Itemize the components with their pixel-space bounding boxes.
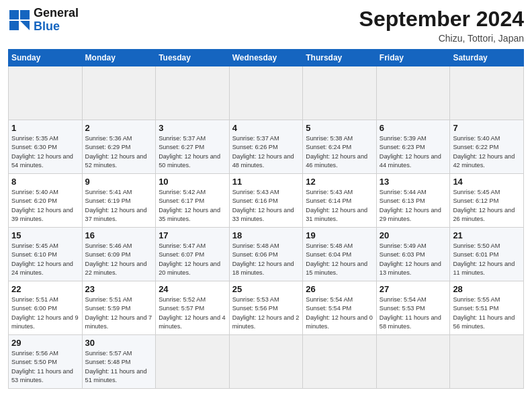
- list-item: 6 Sunrise: 5:39 AM Sunset: 6:23 PM Dayli…: [376, 120, 450, 174]
- list-item: [303, 66, 377, 120]
- daylight-label: Daylight: 12 hours and 9 minutes.: [11, 314, 79, 330]
- day-number: 14: [453, 177, 521, 187]
- sunrise-label: Sunrise: 5:52 AM: [159, 296, 206, 303]
- sunset-label: Sunset: 6:03 PM: [380, 251, 425, 258]
- daylight-label: Daylight: 12 hours and 29 minutes.: [380, 207, 441, 222]
- sunrise-label: Sunrise: 5:49 AM: [380, 242, 427, 249]
- logo-general: General: [34, 7, 79, 20]
- list-item: 29 Sunrise: 5:56 AM Sunset: 5:50 PM Dayl…: [9, 335, 83, 389]
- sunset-label: Sunset: 6:06 PM: [232, 251, 278, 258]
- day-number: 21: [453, 230, 521, 240]
- sunset-label: Sunset: 6:04 PM: [306, 251, 351, 258]
- day-number: 6: [380, 123, 447, 133]
- list-item: [229, 66, 303, 120]
- daylight-label: Daylight: 11 hours and 53 minutes.: [11, 368, 73, 383]
- sunset-label: Sunset: 6:14 PM: [306, 197, 351, 204]
- col-thursday: Thursday: [303, 50, 377, 66]
- list-item: [82, 66, 156, 120]
- sunrise-label: Sunrise: 5:45 AM: [453, 189, 500, 195]
- day-number: 2: [85, 123, 153, 133]
- day-number: 11: [232, 177, 300, 187]
- sunset-label: Sunset: 6:13 PM: [380, 197, 425, 204]
- sunrise-label: Sunrise: 5:48 AM: [232, 242, 279, 249]
- list-item: 10 Sunrise: 5:42 AM Sunset: 6:17 PM Dayl…: [156, 174, 230, 228]
- list-item: 21 Sunrise: 5:50 AM Sunset: 6:01 PM Dayl…: [450, 228, 524, 281]
- sunrise-label: Sunrise: 5:53 AM: [232, 296, 279, 303]
- day-number: 25: [232, 284, 300, 294]
- col-saturday: Saturday: [450, 50, 524, 66]
- sun-info: Sunrise: 5:56 AM Sunset: 5:50 PM Dayligh…: [11, 349, 79, 385]
- sun-info: Sunrise: 5:57 AM Sunset: 5:48 PM Dayligh…: [85, 349, 153, 385]
- day-number: 29: [11, 338, 79, 348]
- list-item: 15 Sunrise: 5:45 AM Sunset: 6:10 PM Dayl…: [9, 228, 83, 281]
- sun-info: Sunrise: 5:40 AM Sunset: 6:20 PM Dayligh…: [11, 188, 79, 224]
- table-row: 22 Sunrise: 5:51 AM Sunset: 6:00 PM Dayl…: [9, 281, 524, 335]
- sunset-label: Sunset: 5:53 PM: [380, 305, 425, 312]
- list-item: [450, 335, 524, 389]
- day-number: 9: [85, 177, 153, 187]
- table-row: 1 Sunrise: 5:35 AM Sunset: 6:30 PM Dayli…: [9, 120, 524, 174]
- daylight-label: Daylight: 11 hours and 56 minutes.: [453, 314, 515, 330]
- col-monday: Monday: [82, 50, 156, 66]
- sunrise-label: Sunrise: 5:40 AM: [11, 189, 58, 195]
- sun-info: Sunrise: 5:42 AM Sunset: 6:17 PM Dayligh…: [159, 188, 226, 224]
- list-item: [156, 335, 230, 389]
- list-item: 3 Sunrise: 5:37 AM Sunset: 6:27 PM Dayli…: [156, 120, 230, 174]
- day-number: 7: [453, 123, 521, 133]
- daylight-label: Daylight: 12 hours and 24 minutes.: [11, 261, 73, 276]
- list-item: 26 Sunrise: 5:54 AM Sunset: 5:54 PM Dayl…: [303, 281, 377, 335]
- logo: General Blue: [8, 7, 79, 34]
- day-number: 5: [306, 123, 373, 133]
- list-item: 27 Sunrise: 5:54 AM Sunset: 5:53 PM Dayl…: [376, 281, 450, 335]
- sunset-label: Sunset: 6:29 PM: [85, 144, 131, 150]
- sun-info: Sunrise: 5:41 AM Sunset: 6:19 PM Dayligh…: [85, 188, 153, 224]
- sun-info: Sunrise: 5:51 AM Sunset: 6:00 PM Dayligh…: [11, 295, 79, 331]
- sunset-label: Sunset: 6:12 PM: [453, 197, 498, 204]
- list-item: 22 Sunrise: 5:51 AM Sunset: 6:00 PM Dayl…: [9, 281, 83, 335]
- daylight-label: Daylight: 12 hours and 20 minutes.: [159, 261, 220, 276]
- svg-rect-1: [20, 10, 30, 19]
- sunset-label: Sunset: 6:17 PM: [159, 197, 204, 204]
- sunset-label: Sunset: 5:57 PM: [159, 305, 204, 312]
- list-item: 23 Sunrise: 5:51 AM Sunset: 5:59 PM Dayl…: [82, 281, 156, 335]
- month-title: September 2024: [359, 7, 524, 32]
- sunrise-label: Sunrise: 5:46 AM: [85, 242, 132, 249]
- sun-info: Sunrise: 5:40 AM Sunset: 6:22 PM Dayligh…: [453, 134, 521, 170]
- daylight-label: Daylight: 12 hours and 2 minutes.: [232, 314, 300, 330]
- sunset-label: Sunset: 6:22 PM: [453, 144, 498, 150]
- list-item: 13 Sunrise: 5:44 AM Sunset: 6:13 PM Dayl…: [376, 174, 450, 228]
- sunset-label: Sunset: 5:48 PM: [85, 359, 131, 365]
- list-item: [229, 335, 303, 389]
- list-item: 12 Sunrise: 5:43 AM Sunset: 6:14 PM Dayl…: [303, 174, 377, 228]
- sunset-label: Sunset: 5:54 PM: [306, 305, 351, 312]
- sun-info: Sunrise: 5:55 AM Sunset: 5:51 PM Dayligh…: [453, 295, 521, 331]
- sunset-label: Sunset: 6:24 PM: [306, 144, 351, 150]
- day-number: 18: [232, 230, 300, 240]
- list-item: 5 Sunrise: 5:38 AM Sunset: 6:24 PM Dayli…: [303, 120, 377, 174]
- list-item: [303, 335, 377, 389]
- daylight-label: Daylight: 12 hours and 26 minutes.: [453, 207, 515, 222]
- col-friday: Friday: [376, 50, 450, 66]
- sunrise-label: Sunrise: 5:36 AM: [85, 135, 132, 142]
- list-item: 11 Sunrise: 5:43 AM Sunset: 6:16 PM Dayl…: [229, 174, 303, 228]
- sun-info: Sunrise: 5:49 AM Sunset: 6:03 PM Dayligh…: [380, 242, 447, 277]
- daylight-label: Daylight: 12 hours and 11 minutes.: [453, 261, 515, 276]
- sunset-label: Sunset: 6:26 PM: [232, 144, 278, 150]
- day-number: 1: [11, 123, 79, 133]
- sunset-label: Sunset: 6:30 PM: [11, 144, 57, 150]
- day-number: 26: [306, 284, 373, 294]
- list-item: 24 Sunrise: 5:52 AM Sunset: 5:57 PM Dayl…: [156, 281, 230, 335]
- day-number: 23: [85, 284, 153, 294]
- daylight-label: Daylight: 12 hours and 48 minutes.: [232, 153, 294, 169]
- sun-info: Sunrise: 5:36 AM Sunset: 6:29 PM Dayligh…: [85, 134, 153, 170]
- day-number: 17: [159, 230, 226, 240]
- sunset-label: Sunset: 6:07 PM: [159, 251, 204, 258]
- title-block: September 2024 Chizu, Tottori, Japan: [359, 7, 524, 44]
- sun-info: Sunrise: 5:45 AM Sunset: 6:12 PM Dayligh…: [453, 188, 521, 224]
- svg-marker-3: [20, 21, 30, 30]
- sunset-label: Sunset: 6:16 PM: [232, 197, 278, 204]
- sunset-label: Sunset: 6:09 PM: [85, 251, 131, 258]
- daylight-label: Daylight: 12 hours and 46 minutes.: [306, 153, 367, 169]
- sunrise-label: Sunrise: 5:44 AM: [380, 189, 427, 195]
- table-row: 29 Sunrise: 5:56 AM Sunset: 5:50 PM Dayl…: [9, 335, 524, 389]
